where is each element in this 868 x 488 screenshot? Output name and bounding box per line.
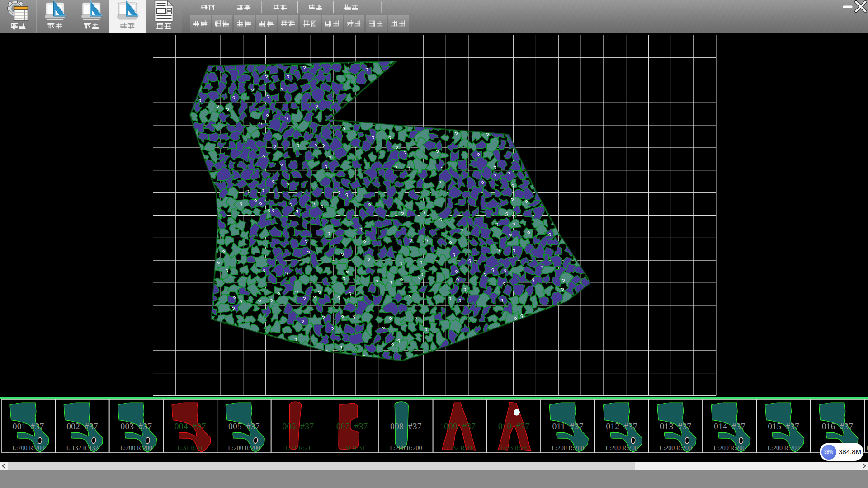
svg-text:014_#37: 014_#37	[714, 422, 745, 431]
svg-text:L:200 R:200: L:200 R:200	[768, 445, 800, 451]
svg-text:L: L	[866, 445, 868, 451]
svg-text:008_#37: 008_#37	[390, 422, 422, 431]
svg-text:010_#37: 010_#37	[498, 422, 530, 431]
svg-text:013_#37: 013_#37	[660, 422, 692, 431]
svg-text:015_#37: 015_#37	[768, 422, 799, 431]
svg-text:002_#37: 002_#37	[66, 422, 98, 431]
svg-text:L:21 R:21: L:21 R:21	[285, 445, 311, 451]
svg-text:L:200 R:200: L:200 R:200	[713, 445, 745, 451]
svg-text:003_#37: 003_#37	[120, 422, 152, 431]
svg-text:L:31 R:31: L:31 R:31	[339, 445, 365, 451]
svg-text:L:200 R:200: L:200 R:200	[606, 445, 638, 451]
svg-text:L:32 R:31: L:32 R:31	[447, 445, 473, 451]
svg-text:L:200 R:200: L:200 R:200	[120, 445, 152, 451]
svg-text:L:200 R:200: L:200 R:200	[228, 445, 260, 451]
svg-text:L:200 R:200: L:200 R:200	[552, 445, 584, 451]
svg-text:005_#37: 005_#37	[228, 422, 260, 431]
svg-text:L:200 R:200: L:200 R:200	[660, 445, 692, 451]
svg-text:001_#37: 001_#37	[13, 422, 44, 431]
svg-text:009_#37: 009_#37	[444, 422, 476, 431]
svg-text:012_#37: 012_#37	[606, 422, 637, 431]
svg-text:L:33 R:33: L:33 R:33	[501, 445, 527, 451]
svg-text:006_#37: 006_#37	[282, 422, 314, 431]
svg-text:L:200 R:200: L:200 R:200	[390, 445, 422, 451]
svg-text:011_#37: 011_#37	[552, 422, 583, 431]
svg-text:L:31 R:31: L:31 R:31	[177, 445, 203, 451]
svg-text:016_#37: 016_#37	[822, 422, 854, 431]
svg-text:004_#37: 004_#37	[175, 422, 206, 431]
svg-text:007_#37: 007_#37	[336, 422, 368, 431]
svg-text:L:700 R:700: L:700 R:700	[12, 445, 44, 451]
svg-text:L:132 R:132: L:132 R:132	[66, 445, 98, 451]
